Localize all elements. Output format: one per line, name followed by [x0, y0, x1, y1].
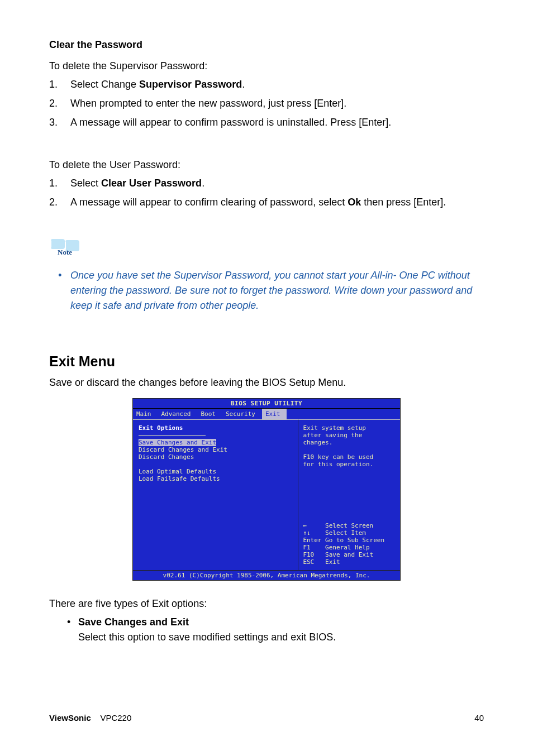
text: then press [Enter].: [361, 197, 446, 208]
bios-copyright: v02.61 (C)Copyright 1985-2006, American …: [133, 570, 400, 580]
bios-key-hint: F1 General Help: [303, 544, 396, 551]
note-text: Once you have set the Supervisor Passwor…: [49, 268, 484, 313]
text-bold: Supervisor Password: [139, 79, 242, 90]
note-list: Once you have set the Supervisor Passwor…: [49, 268, 484, 313]
exit-menu-intro: Save or discard the changes before leavi…: [49, 375, 484, 390]
list-item: • Save Changes and Exit Select this opti…: [49, 615, 484, 645]
list-item: A message will appear to confirm passwor…: [49, 115, 484, 131]
option-title: Save Changes and Exit: [78, 616, 189, 628]
bios-menu-item: Save Changes and Exit: [139, 439, 216, 446]
bios-help-line: after saving the: [303, 432, 396, 439]
footer-model: VPC220: [100, 713, 131, 722]
list-item: Select Change Supervisor Password.: [49, 77, 484, 93]
bios-tab: Exit: [262, 409, 287, 419]
text: .: [202, 178, 204, 189]
bios-tab: Main: [133, 409, 158, 419]
list-item: Select Clear User Password.: [49, 176, 484, 192]
bios-key-hint: F10 Save and Exit: [303, 551, 396, 558]
user-intro: To delete the User Password:: [49, 157, 484, 173]
bios-menu-item: Load Optimal Defaults: [139, 468, 292, 475]
exit-options-intro: There are five types of Exit options:: [49, 596, 484, 611]
bios-tabs: MainAdvancedBootSecurityExit: [133, 409, 400, 419]
bios-right-pane: Exit system setupafter saving thechanges…: [298, 419, 400, 570]
bios-help-line: changes.: [303, 439, 396, 446]
supervisor-steps: Select Change Supervisor Password. When …: [49, 77, 484, 131]
bios-key-hint: ↑↓ Select Item: [303, 529, 396, 537]
bios-menu-item: Load Failsafe Defaults: [139, 475, 292, 482]
bullet-icon: •: [67, 615, 70, 630]
divider: [139, 435, 206, 436]
bios-menu-item: Discard Changes and Exit: [139, 446, 292, 453]
text: Select Change: [70, 79, 139, 90]
bios-help-line: for this operation.: [303, 461, 396, 468]
bios-key-hint: ← Select Screen: [303, 522, 396, 529]
text-bold: Ok: [348, 197, 361, 208]
bios-key-hint: Enter Go to Sub Screen: [303, 537, 396, 544]
bios-help-line: [303, 446, 396, 453]
bios-menu-item: [139, 461, 292, 468]
footer-brand: ViewSonic: [49, 713, 91, 722]
bios-help-line: Exit system setup: [303, 424, 396, 432]
clear-password-heading: Clear the Password: [49, 39, 484, 51]
text-bold: Clear User Password: [101, 178, 202, 189]
bios-left-pane: Exit Options Save Changes and ExitDiscar…: [133, 419, 298, 570]
bios-menu-item: Discard Changes: [139, 453, 292, 461]
note-label: Note: [58, 248, 72, 256]
bios-screenshot: BIOS SETUP UTILITY MainAdvancedBootSecur…: [132, 398, 401, 581]
text: Select: [70, 178, 101, 189]
list-item: A message will appear to confirm clearin…: [49, 195, 484, 210]
page-number: 40: [474, 713, 484, 722]
bios-tab: Boot: [197, 409, 222, 419]
bios-title: BIOS SETUP UTILITY: [133, 399, 400, 409]
bios-tab: Advanced: [158, 409, 198, 419]
list-item: When prompted to enter the new password,…: [49, 96, 484, 112]
supervisor-intro: To delete the Supervisor Password:: [49, 59, 484, 74]
note-icon: Note: [49, 237, 80, 258]
bios-help-line: F10 key can be used: [303, 453, 396, 461]
option-desc: Select this option to save modified sett…: [78, 631, 336, 643]
page-footer: ViewSonic VPC220 40: [49, 713, 484, 722]
bios-key-hint: ESC Exit: [303, 558, 396, 566]
bios-tab: Security: [222, 409, 262, 419]
bios-left-heading: Exit Options: [139, 424, 292, 432]
text: .: [242, 79, 245, 90]
exit-menu-heading: Exit Menu: [49, 353, 484, 370]
user-steps: Select Clear User Password. A message wi…: [49, 176, 484, 210]
text: A message will appear to confirm clearin…: [70, 197, 348, 208]
exit-options-list: • Save Changes and Exit Select this opti…: [49, 615, 484, 645]
